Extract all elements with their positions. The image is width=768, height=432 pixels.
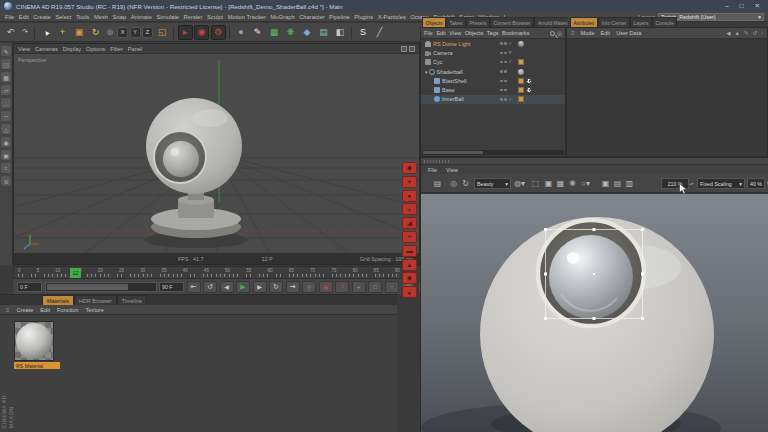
redshift-shelf-icon[interactable]: ● [402,190,417,202]
parent-up-icon[interactable]: ▲ [734,30,739,36]
texture-tag-icon[interactable] [518,96,524,102]
line-tool-icon[interactable]: ╱ [372,25,387,40]
material-menu-item[interactable]: Texture [85,307,103,313]
menu-item[interactable]: Create [33,14,50,20]
viewport-menu-item[interactable]: Cameras [35,46,58,52]
deformer-icon[interactable]: ◆ [300,25,315,40]
object-row[interactable]: RS Dome Light ✓ [421,39,565,48]
om-horizontal-scrollbar[interactable] [422,150,564,155]
play-backwards-button[interactable]: ↺ [203,281,217,293]
phong-tag-icon[interactable] [526,78,532,84]
object-row[interactable]: BlastShell [421,76,565,85]
redshift-shelf-icon[interactable]: ◢ [402,217,417,229]
material-thumbnail[interactable] [14,321,54,361]
menu-item[interactable]: X-Particles [378,14,406,20]
menu-item[interactable]: File [5,14,14,20]
rotate-tool-icon[interactable]: ↻ [88,25,103,40]
scaling-mode-select[interactable]: Fixed Scaling ▾ [697,178,745,189]
last-tool-icon[interactable]: ◎ [105,25,116,40]
tab-layers[interactable]: Layers [630,17,652,27]
camera-icon[interactable]: ◧ [333,25,348,40]
tab-timeline[interactable]: Timeline [117,295,147,305]
tab-objects[interactable]: Objects [422,17,446,27]
perspective-viewport[interactable]: View Cameras Display Options Filter Pane… [13,43,420,265]
previous-frame-button[interactable]: ◀ [220,281,234,293]
texture-tag-icon[interactable] [518,87,524,93]
minimize-button[interactable]: – [725,2,729,10]
polygons-mode-icon[interactable]: △ [1,124,11,134]
sampling-mode-icon[interactable]: ○▾ [579,177,592,190]
om-menu-item[interactable]: Objects [465,30,484,36]
make-editable-icon[interactable]: ✎ [1,46,11,56]
redshift-shelf-icon[interactable]: ▬ [402,245,417,257]
menu-item[interactable]: Plugins [354,14,373,20]
primitive-object-icon[interactable]: ● [234,25,249,40]
menu-item[interactable]: Animate [131,14,152,20]
redshift-shelf-icon[interactable]: ▪ [402,203,417,215]
search-icon[interactable] [550,31,555,36]
timeline-ruler[interactable]: 051015202530354045505560657075808590 12 [13,266,405,279]
coordinate-system-icon[interactable]: ◱ [155,25,170,40]
panel-grip[interactable] [421,158,768,165]
start-frame-field[interactable]: 0 F [17,282,42,292]
tab-takes[interactable]: Takes [446,17,466,27]
next-frame-button[interactable]: ▶ [253,281,267,293]
aov-select[interactable]: Beauty ▾ [474,178,511,189]
texture-mode-icon[interactable]: ▩ [1,72,11,82]
rv-menu-item[interactable]: File [428,167,437,173]
render-region-icon[interactable]: ◉ [194,25,209,40]
play-button[interactable]: ▶ [236,281,250,293]
history-back-icon[interactable]: ◀ [726,30,730,36]
goto-end-button[interactable]: ⇥ [286,281,300,293]
menu-item[interactable]: Motion Tracker [228,14,266,20]
autokey-button[interactable]: ? [335,281,349,293]
viewport-menu-item[interactable]: Panel [128,46,142,52]
record-rotation-toggle[interactable]: ○ [385,281,399,293]
panel-menu-icon[interactable]: ≡ [571,30,575,36]
material-tag-icon[interactable] [518,69,524,75]
x-axis-button[interactable]: X [117,27,128,38]
menu-item[interactable]: Edit [19,14,29,20]
am-menu-item[interactable]: User Data [616,30,641,36]
points-mode-icon[interactable]: ∴ [1,98,11,108]
viewport-maximize-icon[interactable] [409,46,415,52]
redshift-shelf-icon[interactable]: ▾ [402,176,417,188]
redshift-shelf-icon[interactable]: + [402,231,417,243]
object-row[interactable]: InnerBall ✓ [421,95,565,104]
notes-panel-icon[interactable]: ▥ [623,177,636,190]
viewport-solo-icon[interactable]: ▣ [1,150,11,160]
redshift-shelf-icon[interactable]: ▲ [402,259,417,271]
menu-item[interactable]: MoGraph [270,14,294,20]
viewport-menu-item[interactable]: Display [63,46,81,52]
expand-arrow-icon[interactable]: ▾ [425,69,428,75]
viewport-3d-scene[interactable] [14,54,419,254]
om-menu-item[interactable]: Edit [436,30,445,36]
enable-axis-icon[interactable]: ◉ [1,137,11,147]
tab-arnold-materials[interactable]: Arnold Materials [534,17,568,27]
record-button[interactable]: ◉ [319,281,333,293]
edit-icon[interactable]: ✎ [744,30,749,36]
menu-item[interactable]: Simulate [156,14,179,20]
display-mode-icon[interactable]: ◍▾ [513,177,526,190]
filter-icon[interactable]: ◎ [557,30,562,36]
menu-item[interactable]: Select [55,14,71,20]
material-item[interactable]: RS Material [14,321,60,369]
object-row[interactable]: Cyc ✓ [421,58,565,67]
sketch-sphere-icon[interactable]: S [356,25,371,40]
mograph-icon[interactable]: ▦ [267,25,282,40]
object-row[interactable]: Camera ✕ [421,48,565,57]
array-icon[interactable]: ▤ [316,25,331,40]
goto-start-button[interactable]: ⇤ [187,281,201,293]
material-menu-item[interactable]: Edit [40,307,50,313]
viewport-menu-item[interactable]: Options [86,46,105,52]
live-selection-icon[interactable]: ▲ [36,22,57,43]
tab-presets[interactable]: Presets [466,17,490,27]
menu-item[interactable]: Snap [113,14,127,20]
record-position-toggle[interactable]: + [352,281,366,293]
menu-item[interactable]: Render [183,14,202,20]
refresh-icon[interactable]: ↺ [752,30,757,36]
menu-item[interactable]: Pipeline [329,14,350,20]
maximize-button[interactable]: □ [740,2,744,10]
snap-icon[interactable]: ≋ [1,176,11,186]
record-scale-toggle[interactable]: □ [368,281,382,293]
